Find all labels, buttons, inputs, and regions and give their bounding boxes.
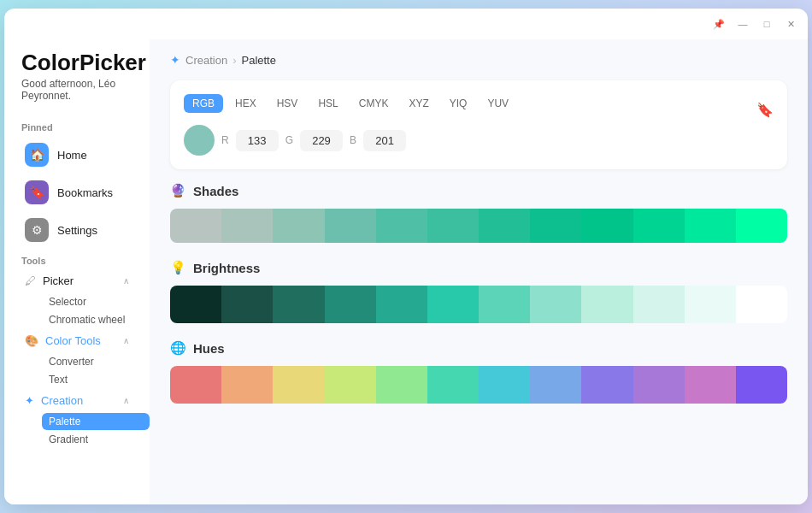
sidebar-item-chromatic-wheel[interactable]: Chromatic wheel xyxy=(42,311,150,328)
tab-cmyk[interactable]: CMYK xyxy=(350,94,397,113)
brightness-block xyxy=(633,286,685,323)
hue-block xyxy=(685,366,736,404)
brightness-block xyxy=(427,286,479,323)
tab-hex[interactable]: HEX xyxy=(227,94,265,113)
shade-block xyxy=(633,209,685,243)
color-picker-card: RGBHEXHSVHSLCMYKXYZYIQYUV 🔖 R G B xyxy=(170,80,787,169)
tool-group-picker-left: 🖊 Picker xyxy=(25,274,74,287)
brightness-label: Brightness xyxy=(193,261,260,275)
hue-block xyxy=(273,366,324,404)
hue-block xyxy=(479,366,530,404)
sidebar-item-settings[interactable]: ⚙ Settings xyxy=(11,212,143,248)
r-label: R xyxy=(221,134,229,146)
brightness-block xyxy=(530,286,581,323)
hue-block xyxy=(221,366,273,404)
hue-block xyxy=(427,366,479,404)
brightness-block xyxy=(170,286,221,323)
brightness-block xyxy=(221,286,273,323)
pin-button[interactable]: 📌 xyxy=(712,17,726,31)
sidebar: ColorPicker Good afternoon, Léo Peyronne… xyxy=(4,39,150,504)
main-content: ✦ Creation › Palette RGBHEXHSVHSLCMYKXYZ… xyxy=(150,39,808,504)
shade-block xyxy=(736,209,787,243)
shade-block xyxy=(479,209,530,243)
bookmarks-icon: 🔖 xyxy=(25,180,49,204)
tab-xyz[interactable]: XYZ xyxy=(400,94,437,113)
minimize-button[interactable]: — xyxy=(736,17,750,31)
hue-block xyxy=(376,366,427,404)
hue-block xyxy=(736,366,787,404)
shades-label: Shades xyxy=(193,184,238,198)
hue-block xyxy=(170,366,221,404)
hues-label: Hues xyxy=(193,341,225,356)
brightness-block xyxy=(736,286,787,323)
app-subtitle: Good afternoon, Léo Peyronnet. xyxy=(4,78,150,115)
breadcrumb-icon: ✦ xyxy=(170,53,180,67)
shade-block xyxy=(427,209,479,243)
shades-icon: 🔮 xyxy=(170,183,186,198)
brightness-block xyxy=(685,286,736,323)
g-label: G xyxy=(285,134,293,146)
breadcrumb-separator: › xyxy=(232,54,236,67)
tab-yiq[interactable]: YIQ xyxy=(441,94,476,113)
hue-block xyxy=(633,366,685,404)
g-input[interactable] xyxy=(300,130,343,151)
color-tools-sub-items: Converter Text xyxy=(4,352,150,389)
sidebar-item-gradient[interactable]: Gradient xyxy=(42,431,150,448)
color-swatch[interactable] xyxy=(184,125,215,156)
tab-rgb[interactable]: RGB xyxy=(184,94,223,113)
creation-icon: ✦ xyxy=(25,394,34,407)
hue-block xyxy=(581,366,633,404)
brightness-block xyxy=(325,286,376,323)
hues-icon: 🌐 xyxy=(170,340,186,356)
sidebar-item-settings-label: Settings xyxy=(57,224,97,237)
sidebar-item-bookmarks[interactable]: 🔖 Bookmarks xyxy=(11,174,143,210)
close-button[interactable]: ✕ xyxy=(784,17,797,31)
tool-group-picker[interactable]: 🖊 Picker ∧ xyxy=(11,270,143,292)
shades-bar xyxy=(170,209,787,243)
tab-hsl[interactable]: HSL xyxy=(309,94,346,113)
tool-group-color-tools[interactable]: 🎨 Color Tools ∧ xyxy=(11,330,143,351)
hues-bar xyxy=(170,366,787,404)
color-tools-chevron: ∧ xyxy=(123,336,129,345)
tools-label: Tools xyxy=(4,249,150,269)
tab-hsv[interactable]: HSV xyxy=(268,94,307,113)
brightness-header: 💡 Brightness xyxy=(170,260,787,275)
picker-icon: 🖊 xyxy=(25,274,36,287)
tool-group-color-tools-left: 🎨 Color Tools xyxy=(25,334,101,347)
maximize-button[interactable]: □ xyxy=(760,17,774,31)
sidebar-item-home-label: Home xyxy=(57,149,87,162)
sidebar-item-selector[interactable]: Selector xyxy=(42,293,150,310)
bookmark-icon[interactable]: 🔖 xyxy=(756,102,774,118)
sidebar-item-home[interactable]: 🏠 Home xyxy=(11,137,143,173)
color-tools-icon: 🎨 xyxy=(25,334,38,347)
brightness-section: 💡 Brightness xyxy=(170,260,787,323)
sidebar-item-bookmarks-label: Bookmarks xyxy=(57,186,113,199)
home-icon: 🏠 xyxy=(25,143,49,167)
creation-chevron: ∧ xyxy=(123,396,129,405)
brightness-block xyxy=(376,286,427,323)
b-input[interactable] xyxy=(363,130,406,151)
hue-block xyxy=(530,366,581,404)
shade-block xyxy=(221,209,273,243)
color-tabs: RGBHEXHSVHSLCMYKXYZYIQYUV xyxy=(184,94,517,113)
tool-group-color-tools-label: Color Tools xyxy=(45,334,101,347)
tool-group-creation[interactable]: ✦ Creation ∧ xyxy=(11,390,143,411)
breadcrumb: ✦ Creation › Palette xyxy=(170,53,787,67)
sidebar-item-converter[interactable]: Converter xyxy=(42,353,150,370)
shade-block xyxy=(530,209,581,243)
sidebar-item-text[interactable]: Text xyxy=(42,371,150,388)
tool-group-creation-label: Creation xyxy=(41,394,83,407)
sidebar-item-palette[interactable]: Palette xyxy=(42,413,150,430)
app-title: ColorPicker xyxy=(4,39,150,78)
shade-block xyxy=(325,209,376,243)
b-label: B xyxy=(350,134,356,146)
shade-block xyxy=(170,209,221,243)
tool-group-picker-label: Picker xyxy=(43,274,74,287)
brightness-bar xyxy=(170,286,787,323)
pinned-label: Pinned xyxy=(4,115,150,136)
tab-yuv[interactable]: YUV xyxy=(479,94,517,113)
shade-block xyxy=(376,209,427,243)
brightness-icon: 💡 xyxy=(170,260,186,275)
r-input[interactable] xyxy=(236,130,279,151)
breadcrumb-palette: Palette xyxy=(241,54,275,67)
